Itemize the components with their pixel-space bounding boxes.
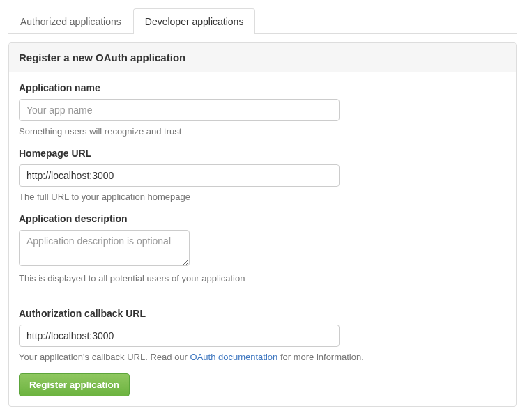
tab-authorized-applications[interactable]: Authorized applications [8,8,133,34]
panel-title: Register a new OAuth application [9,43,516,72]
application-description-label: Application description [19,213,506,224]
panel-body: Application name Something users will re… [9,72,516,406]
callback-hint-post: for more information. [277,352,364,362]
application-description-input[interactable] [19,230,190,266]
field-callback-url: Authorization callback URL Your applicat… [19,308,506,362]
field-application-name: Application name Something users will re… [19,82,506,137]
tab-developer-applications[interactable]: Developer applications [133,8,256,34]
homepage-url-label: Homepage URL [19,148,506,159]
field-homepage-url: Homepage URL The full URL to your applic… [19,148,506,202]
callback-url-hint: Your application's callback URL. Read ou… [19,352,506,362]
application-name-hint: Something users will recognize and trust [19,126,506,137]
callback-hint-pre: Your application's callback URL. Read ou… [19,352,190,362]
register-oauth-panel: Register a new OAuth application Applica… [8,42,517,407]
application-name-input[interactable] [19,99,340,121]
homepage-url-hint: The full URL to your application homepag… [19,192,506,202]
application-description-hint: This is displayed to all potential users… [19,273,506,283]
homepage-url-input[interactable] [19,164,340,187]
section-divider [9,295,516,295]
callback-url-label: Authorization callback URL [19,308,506,319]
application-name-label: Application name [19,82,506,93]
register-application-button[interactable]: Register application [19,373,130,396]
tabs-nav: Authorized applications Developer applic… [8,8,517,34]
oauth-documentation-link[interactable]: OAuth documentation [190,352,278,362]
callback-url-input[interactable] [19,325,340,347]
field-application-description: Application description This is displaye… [19,213,506,283]
